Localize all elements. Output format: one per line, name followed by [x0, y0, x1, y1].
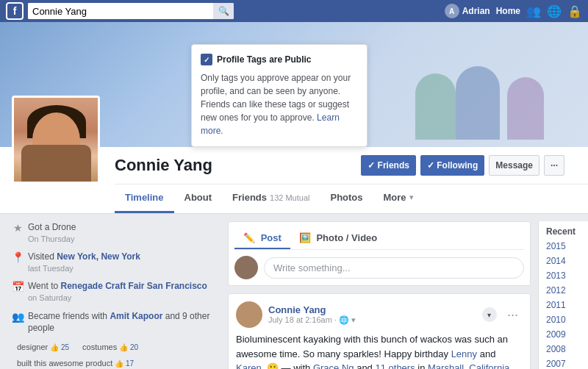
- tab-about[interactable]: About: [174, 184, 223, 213]
- star-icon: ★: [12, 222, 24, 234]
- nav-avatar: A: [445, 4, 459, 18]
- tab-timeline-label: Timeline: [125, 192, 164, 203]
- activity-text-location: Visited New York, New York last Tuesday: [28, 251, 140, 274]
- search-input[interactable]: [28, 3, 213, 19]
- feed-post: Connie Yang July 18 at 2:16am · 🌐 ▾ ▾ ··…: [228, 293, 531, 369]
- right-sidebar: Recent 2015 2014 2013 2012 2011 2010 200…: [538, 221, 588, 369]
- activity-sub-location: last Tuesday: [28, 263, 140, 274]
- tag-product-label: built this awesome product: [17, 359, 112, 368]
- tab-about-label: About: [184, 192, 212, 203]
- tab-more[interactable]: More ▾: [373, 184, 424, 213]
- tab-more-chevron: ▾: [409, 193, 414, 202]
- year-2007[interactable]: 2007: [539, 357, 588, 369]
- main-content: ★ Got a Drone On Thursday 📍 Visited New …: [0, 214, 588, 369]
- activity-text-friends: Became friends with Amit Kapoor and 9 ot…: [28, 310, 220, 335]
- post-text-input[interactable]: Write something...: [264, 257, 524, 279]
- people-icon: 👥: [12, 311, 24, 323]
- profile-name: Connie Yang: [115, 156, 212, 175]
- year-2010[interactable]: 2010: [539, 312, 588, 327]
- activity-sub-event: on Saturday: [28, 293, 207, 304]
- post-box: ✏️ Post 🖼️ Photo / Video Write something…: [228, 221, 531, 286]
- post-timestamp: July 18 at 2:16am · 🌐 ▾: [268, 315, 476, 325]
- cover-figure-3: [415, 74, 456, 140]
- tab-post[interactable]: ✏️ Post: [234, 228, 290, 249]
- location-link[interactable]: New York, New York: [57, 251, 140, 262]
- avatar-body: [21, 145, 91, 182]
- activity-sub-drone: On Thursday: [28, 234, 76, 245]
- post-meta: Connie Yang July 18 at 2:16am · 🌐 ▾: [268, 304, 476, 325]
- post-body-text: Bioluminescent kayaking with this bunch …: [229, 332, 530, 369]
- tag-costumes[interactable]: costumes 👍 20: [77, 340, 143, 354]
- profile-avatar: [12, 96, 100, 184]
- nav-user[interactable]: A Adrian: [445, 4, 490, 18]
- lock-icon[interactable]: 🔒: [567, 4, 582, 18]
- grace-link[interactable]: Grace Ng: [313, 362, 354, 369]
- year-2011[interactable]: 2011: [539, 298, 588, 312]
- location-icon: 📍: [12, 251, 24, 263]
- post-user-avatar: [234, 256, 258, 279]
- year-2012[interactable]: 2012: [539, 283, 588, 298]
- year-2008[interactable]: 2008: [539, 342, 588, 357]
- message-button[interactable]: Message: [489, 155, 539, 176]
- year-2015[interactable]: 2015: [539, 239, 588, 254]
- tab-friends[interactable]: Friends 132 Mutual: [222, 184, 320, 213]
- tab-photo-video[interactable]: 🖼️ Photo / Video: [290, 228, 386, 249]
- top-nav: f 🔍 A Adrian Home 👥 🌐 🔒: [0, 0, 588, 22]
- activity-item-location: 📍 Visited New York, New York last Tuesda…: [12, 251, 220, 274]
- post-expand-button[interactable]: ▾: [482, 307, 497, 322]
- center-content: ✏️ Post 🖼️ Photo / Video Write something…: [220, 221, 538, 369]
- profile-tabs: Timeline About Friends 132 Mutual Photos…: [115, 184, 588, 213]
- post-header: Connie Yang July 18 at 2:16am · 🌐 ▾ ▾ ··…: [229, 294, 530, 332]
- tag-costumes-label: costumes: [82, 343, 117, 351]
- location-post-link[interactable]: Marshall, California: [428, 362, 509, 369]
- calendar-icon: 📅: [12, 281, 24, 293]
- search-button[interactable]: 🔍: [213, 3, 234, 19]
- activity-text-drone: Got a Drone On Thursday: [28, 221, 76, 245]
- post-author-avatar: [236, 301, 262, 328]
- nav-home-link[interactable]: Home: [496, 6, 520, 16]
- tag-designer-count: 👍 25: [50, 343, 69, 351]
- friend-link[interactable]: Amit Kapoor: [110, 311, 162, 321]
- tab-photo-label: Photo / Video: [316, 232, 377, 243]
- left-sidebar: ★ Got a Drone On Thursday 📍 Visited New …: [0, 221, 220, 369]
- tab-friends-label: Friends: [232, 192, 267, 203]
- tag-designer-label: designer: [17, 343, 48, 351]
- activity-item-event: 📅 Went to Renegade Craft Fair San Franci…: [12, 280, 220, 304]
- tag-costumes-count: 👍 20: [119, 343, 138, 351]
- pencil-icon: ✏️: [243, 232, 255, 243]
- post-options-button[interactable]: ···: [503, 306, 523, 324]
- nav-username: Adrian: [462, 6, 490, 16]
- nav-right: A Adrian Home 👥 🌐 🔒: [445, 4, 582, 18]
- tag-designer[interactable]: designer 👍 25: [12, 340, 74, 354]
- activity-text-event: Went to Renegade Craft Fair San Francisc…: [28, 280, 207, 304]
- tab-friends-badge: 132 Mutual: [270, 193, 309, 202]
- karen-link[interactable]: Karen: [236, 362, 262, 369]
- tag-product[interactable]: built this awesome product 👍 17: [12, 357, 139, 369]
- profile-section: Connie Yang ✓ Friends ✓ Following Messag…: [0, 147, 588, 214]
- event-link[interactable]: Renegade Craft Fair San Francisco: [60, 281, 207, 291]
- lenny-link[interactable]: Lenny: [451, 348, 477, 359]
- year-2009[interactable]: 2009: [539, 327, 588, 342]
- profile-actions: ✓ Friends ✓ Following Message ···: [361, 155, 564, 176]
- facebook-logo: f: [6, 2, 24, 20]
- profile-name-area: Connie Yang ✓ Friends ✓ Following Messag…: [115, 147, 564, 184]
- smile-emoji: 🙂: [267, 362, 279, 369]
- globe-icon[interactable]: 🌐: [547, 4, 562, 18]
- friends-icon[interactable]: 👥: [526, 4, 541, 18]
- activity-item-friends: 👥 Became friends with Amit Kapoor and 9 …: [12, 310, 220, 335]
- friends-button[interactable]: ✓ Friends: [361, 155, 416, 176]
- tags-section: designer 👍 25 costumes 👍 20 built this a…: [12, 340, 220, 369]
- more-options-button[interactable]: ···: [544, 155, 564, 176]
- tab-timeline[interactable]: Timeline: [115, 184, 174, 213]
- following-button[interactable]: ✓ Following: [420, 155, 484, 176]
- year-2014[interactable]: 2014: [539, 254, 588, 268]
- tab-photos[interactable]: Photos: [320, 184, 373, 213]
- post-author-name[interactable]: Connie Yang: [268, 304, 476, 315]
- cover-figure-2: [507, 77, 544, 140]
- search-bar: 🔍: [28, 3, 234, 19]
- others-link[interactable]: 11 others: [375, 362, 415, 369]
- cover-figure-1: [456, 66, 500, 140]
- year-2013[interactable]: 2013: [539, 268, 588, 283]
- photo-icon: 🖼️: [299, 232, 311, 243]
- tab-post-label: Post: [261, 232, 282, 243]
